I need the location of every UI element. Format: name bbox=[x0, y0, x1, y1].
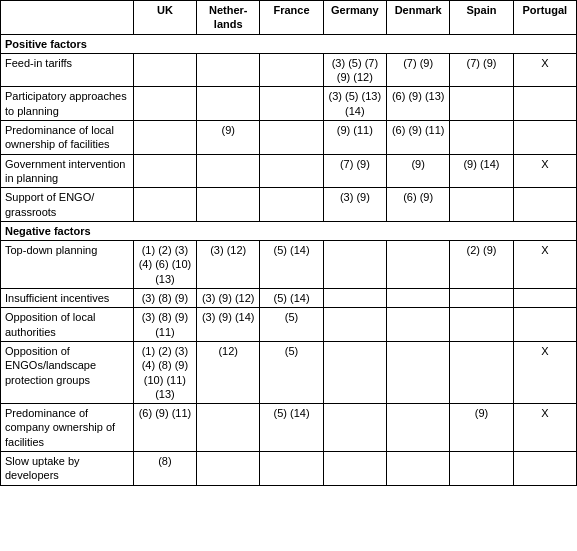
cell-france-0 bbox=[260, 53, 323, 87]
table-row: Support of ENGO/ grassroots(3) (9)(6) (9… bbox=[1, 188, 577, 222]
cell-spain-3: (9) (14) bbox=[450, 154, 513, 188]
cell-portugal-4 bbox=[513, 188, 576, 222]
header-netherlands: Nether-lands bbox=[197, 1, 260, 35]
cell-netherlands-4 bbox=[197, 188, 260, 222]
cell-germany-3: (7) (9) bbox=[323, 154, 386, 188]
cell-france-2: (5) bbox=[260, 308, 323, 342]
cell-netherlands-2: (9) bbox=[197, 121, 260, 155]
cell-netherlands-4 bbox=[197, 404, 260, 452]
cell-portugal-0: X bbox=[513, 53, 576, 87]
cell-france-0: (5) (14) bbox=[260, 241, 323, 289]
header-denmark: Denmark bbox=[387, 1, 450, 35]
cell-factor-5: Slow uptake by developers bbox=[1, 452, 134, 486]
cell-germany-1 bbox=[323, 289, 386, 308]
section-header-1: Negative factors bbox=[1, 221, 577, 240]
main-table: UK Nether-lands France Germany Denmark S… bbox=[0, 0, 577, 486]
section-label-0: Positive factors bbox=[1, 34, 577, 53]
cell-denmark-4: (6) (9) bbox=[387, 188, 450, 222]
cell-germany-2 bbox=[323, 308, 386, 342]
cell-denmark-1 bbox=[387, 289, 450, 308]
cell-germany-4 bbox=[323, 404, 386, 452]
cell-portugal-1 bbox=[513, 87, 576, 121]
header-factor bbox=[1, 1, 134, 35]
cell-factor-1: Participatory approaches to planning bbox=[1, 87, 134, 121]
cell-uk-2: (3) (8) (9) (11) bbox=[133, 308, 196, 342]
cell-netherlands-1: (3) (9) (12) bbox=[197, 289, 260, 308]
cell-denmark-2: (6) (9) (11) bbox=[387, 121, 450, 155]
cell-spain-0: (2) (9) bbox=[450, 241, 513, 289]
cell-factor-2: Predominance of local ownership of facil… bbox=[1, 121, 134, 155]
cell-portugal-2 bbox=[513, 308, 576, 342]
cell-germany-3 bbox=[323, 341, 386, 403]
cell-uk-4 bbox=[133, 188, 196, 222]
cell-factor-4: Predominance of company ownership of fac… bbox=[1, 404, 134, 452]
cell-factor-0: Top-down planning bbox=[1, 241, 134, 289]
cell-portugal-1 bbox=[513, 289, 576, 308]
cell-germany-5 bbox=[323, 452, 386, 486]
table-row: Insufficient incentives(3) (8) (9)(3) (9… bbox=[1, 289, 577, 308]
cell-portugal-3: X bbox=[513, 341, 576, 403]
cell-uk-5: (8) bbox=[133, 452, 196, 486]
cell-factor-3: Government intervention in planning bbox=[1, 154, 134, 188]
cell-denmark-4 bbox=[387, 404, 450, 452]
cell-france-3 bbox=[260, 154, 323, 188]
cell-portugal-2 bbox=[513, 121, 576, 155]
header-spain: Spain bbox=[450, 1, 513, 35]
cell-netherlands-0 bbox=[197, 53, 260, 87]
cell-france-5 bbox=[260, 452, 323, 486]
cell-denmark-3: (9) bbox=[387, 154, 450, 188]
cell-factor-4: Support of ENGO/ grassroots bbox=[1, 188, 134, 222]
cell-netherlands-3: (12) bbox=[197, 341, 260, 403]
table-row: Opposition of local authorities(3) (8) (… bbox=[1, 308, 577, 342]
cell-factor-2: Opposition of local authorities bbox=[1, 308, 134, 342]
cell-spain-4 bbox=[450, 188, 513, 222]
header-germany: Germany bbox=[323, 1, 386, 35]
cell-spain-2 bbox=[450, 308, 513, 342]
table-row: Slow uptake by developers(8) bbox=[1, 452, 577, 486]
cell-france-4 bbox=[260, 188, 323, 222]
cell-uk-0: (1) (2) (3) (4) (6) (10) (13) bbox=[133, 241, 196, 289]
cell-factor-3: Opposition of ENGOs/landscape protection… bbox=[1, 341, 134, 403]
cell-germany-1: (3) (5) (13) (14) bbox=[323, 87, 386, 121]
cell-denmark-3 bbox=[387, 341, 450, 403]
header-france: France bbox=[260, 1, 323, 35]
cell-uk-3 bbox=[133, 154, 196, 188]
cell-factor-1: Insufficient incentives bbox=[1, 289, 134, 308]
cell-factor-0: Feed-in tariffs bbox=[1, 53, 134, 87]
table-row: Opposition of ENGOs/landscape protection… bbox=[1, 341, 577, 403]
section-label-1: Negative factors bbox=[1, 221, 577, 240]
cell-spain-4: (9) bbox=[450, 404, 513, 452]
cell-spain-2 bbox=[450, 121, 513, 155]
cell-spain-3 bbox=[450, 341, 513, 403]
cell-portugal-5 bbox=[513, 452, 576, 486]
header-portugal: Portugal bbox=[513, 1, 576, 35]
cell-denmark-0: (7) (9) bbox=[387, 53, 450, 87]
cell-denmark-5 bbox=[387, 452, 450, 486]
cell-portugal-3: X bbox=[513, 154, 576, 188]
cell-france-2 bbox=[260, 121, 323, 155]
cell-uk-0 bbox=[133, 53, 196, 87]
cell-netherlands-5 bbox=[197, 452, 260, 486]
cell-germany-4: (3) (9) bbox=[323, 188, 386, 222]
cell-portugal-0: X bbox=[513, 241, 576, 289]
cell-france-1 bbox=[260, 87, 323, 121]
cell-france-4: (5) (14) bbox=[260, 404, 323, 452]
cell-spain-5 bbox=[450, 452, 513, 486]
cell-netherlands-0: (3) (12) bbox=[197, 241, 260, 289]
cell-uk-4: (6) (9) (11) bbox=[133, 404, 196, 452]
cell-netherlands-2: (3) (9) (14) bbox=[197, 308, 260, 342]
cell-uk-1: (3) (8) (9) bbox=[133, 289, 196, 308]
cell-uk-3: (1) (2) (3) (4) (8) (9) (10) (11) (13) bbox=[133, 341, 196, 403]
cell-spain-0: (7) (9) bbox=[450, 53, 513, 87]
table-row: Participatory approaches to planning(3) … bbox=[1, 87, 577, 121]
cell-germany-0 bbox=[323, 241, 386, 289]
cell-france-1: (5) (14) bbox=[260, 289, 323, 308]
table-row: Feed-in tariffs(3) (5) (7) (9) (12)(7) (… bbox=[1, 53, 577, 87]
cell-denmark-2 bbox=[387, 308, 450, 342]
cell-germany-2: (9) (11) bbox=[323, 121, 386, 155]
cell-portugal-4: X bbox=[513, 404, 576, 452]
cell-spain-1 bbox=[450, 289, 513, 308]
table-row: Predominance of local ownership of facil… bbox=[1, 121, 577, 155]
cell-uk-2 bbox=[133, 121, 196, 155]
cell-uk-1 bbox=[133, 87, 196, 121]
